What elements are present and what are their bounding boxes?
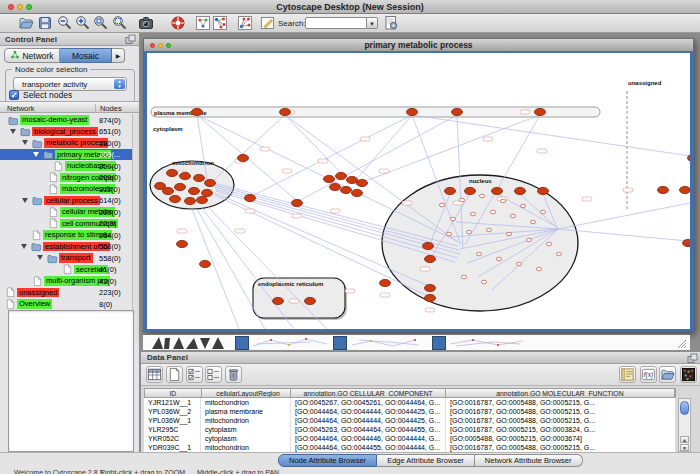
tab-network-attribute-browser[interactable]: Network Attribute Browser xyxy=(475,454,583,467)
network-node-small[interactable] xyxy=(510,214,515,218)
network-node[interactable] xyxy=(347,176,358,183)
minimized-window-preview[interactable] xyxy=(251,336,331,350)
checkbox-check-icon[interactable]: ✓ xyxy=(9,90,19,100)
tree-row[interactable]: nitrogen compo209(0) xyxy=(0,172,132,184)
network-node[interactable] xyxy=(189,187,200,194)
vizmapper-icon[interactable] xyxy=(195,15,211,31)
network-window-controls[interactable] xyxy=(150,43,171,48)
tree-row[interactable]: mosaic-demo-yeast874(0) xyxy=(0,114,132,126)
network-node-small[interactable] xyxy=(470,212,475,216)
tab-node-attribute-browser[interactable]: Node Attribute Browser xyxy=(278,454,377,467)
network-node-small[interactable] xyxy=(476,252,481,256)
birdseye-view-panel[interactable] xyxy=(8,310,134,452)
new-attribute-icon[interactable] xyxy=(166,366,183,383)
minimized-window-icon[interactable] xyxy=(333,336,347,350)
table-row[interactable]: YDR039C__1mitochondrion[GO:0044464, GO:0… xyxy=(144,443,676,452)
table-row[interactable]: YKR052Ccytoplasm[GO:0044464, GO:0044446,… xyxy=(144,434,676,443)
edge[interactable] xyxy=(412,115,690,156)
minimize-window-icon[interactable] xyxy=(17,4,23,10)
minimized-window-icon[interactable] xyxy=(235,336,249,350)
network-node[interactable] xyxy=(407,108,418,115)
node-color-attribute-select[interactable]: transporter activity ▲▼ xyxy=(13,77,127,91)
zoom-out-icon[interactable] xyxy=(57,15,73,31)
matrix-icon[interactable] xyxy=(680,366,697,383)
delete-attribute-icon[interactable] xyxy=(225,366,242,383)
tree-scrollbar[interactable] xyxy=(132,114,139,342)
network-node-small[interactable] xyxy=(536,267,541,271)
network-node[interactable] xyxy=(292,199,303,206)
minimized-window-icon[interactable] xyxy=(432,336,446,350)
unselect-attributes-icon[interactable] xyxy=(205,366,222,383)
tree-row[interactable]: primary metabo209(... xyxy=(0,149,132,161)
network-node-small[interactable] xyxy=(506,232,511,236)
table-column-header[interactable]: annotation.GO CELLULAR_COMPONENT xyxy=(291,389,445,397)
tree-row[interactable]: metabolic process280(0) xyxy=(0,137,132,149)
network-node-small[interactable] xyxy=(479,194,484,198)
network-node[interactable] xyxy=(280,108,291,115)
table-row[interactable]: YLR295Ccytoplasm[GO:0045263, GO:0044464,… xyxy=(144,425,676,434)
edge[interactable] xyxy=(558,203,690,229)
network-node[interactable] xyxy=(538,187,549,194)
tree-row[interactable]: multi-organism pro42(0) xyxy=(0,275,132,287)
network-window-titlebar[interactable]: primary metabolic process xyxy=(143,38,694,52)
tree-row[interactable]: transport558(0) xyxy=(0,252,132,264)
tab-mosaic[interactable]: Mosaic xyxy=(60,48,112,63)
edge[interactable] xyxy=(213,115,285,181)
annotation-icon[interactable] xyxy=(260,15,276,31)
edge[interactable] xyxy=(355,115,540,185)
close-window-icon[interactable] xyxy=(8,4,14,10)
tree-row[interactable]: unassigned223(0) xyxy=(0,287,132,299)
zoom-window-icon[interactable] xyxy=(26,4,32,10)
tab-network[interactable]: Network xyxy=(4,48,60,63)
network-canvas[interactable]: plasma membranecytoplasmmitochondrionnuc… xyxy=(147,53,690,329)
network-node[interactable] xyxy=(163,187,174,194)
minimize-network-icon[interactable] xyxy=(158,43,163,48)
network-node[interactable] xyxy=(185,197,196,204)
network-node[interactable] xyxy=(535,108,546,115)
zoom-selected-icon[interactable] xyxy=(112,15,128,31)
session-settings-icon[interactable] xyxy=(383,15,399,31)
network-node-small[interactable] xyxy=(520,204,525,208)
network-node[interactable] xyxy=(305,297,316,304)
tree-row[interactable]: biological_process651(0) xyxy=(0,126,132,138)
network-node[interactable] xyxy=(202,189,213,196)
network-node[interactable] xyxy=(273,297,284,304)
network-node[interactable] xyxy=(330,183,341,190)
network-node-small[interactable] xyxy=(466,230,471,234)
expand-arrow-icon[interactable] xyxy=(22,198,28,203)
window-controls[interactable] xyxy=(8,4,32,10)
network-node-small[interactable] xyxy=(461,275,466,279)
search-input[interactable] xyxy=(305,17,367,29)
select-attributes-icon[interactable] xyxy=(186,366,203,383)
table-row[interactable]: YPL036W__1mitochondrion[GO:0044464, GO:0… xyxy=(144,416,676,425)
float-panel-icon[interactable] xyxy=(125,34,136,45)
layout-icon[interactable] xyxy=(212,15,228,31)
network-node-small[interactable] xyxy=(530,220,535,224)
network-node-small[interactable] xyxy=(516,262,521,266)
network-node-small[interactable] xyxy=(546,242,551,246)
network-node-small[interactable] xyxy=(459,198,464,202)
scroll-down-icon[interactable]: ▼ xyxy=(680,444,689,451)
network-node[interactable] xyxy=(175,183,186,190)
tree-row[interactable]: cellular process614(0) xyxy=(0,195,132,207)
zoom-fit-icon[interactable] xyxy=(93,15,109,31)
network-node[interactable] xyxy=(180,172,191,179)
network-node[interactable] xyxy=(492,187,503,194)
network-node[interactable] xyxy=(452,108,463,115)
tree-row[interactable]: cell communicat22(0) xyxy=(0,218,132,230)
network-node[interactable] xyxy=(380,279,391,286)
network-node[interactable] xyxy=(357,179,368,186)
snapshot-icon[interactable] xyxy=(138,15,154,31)
plasma-membrane-region[interactable] xyxy=(151,107,600,117)
scroll-up-icon[interactable]: ▲ xyxy=(680,436,689,443)
network-node[interactable] xyxy=(192,108,203,115)
network-node[interactable] xyxy=(197,196,208,203)
network-node-small[interactable] xyxy=(439,203,444,207)
network-node[interactable] xyxy=(336,172,347,179)
tree-row[interactable]: response to stimulu264(0) xyxy=(0,229,132,241)
network-node[interactable] xyxy=(352,189,363,196)
zoom-network-icon[interactable] xyxy=(166,43,171,48)
tree-row[interactable]: establishment of lo558(0) xyxy=(0,241,132,253)
tree-row[interactable]: nucleobase-...209(0) xyxy=(0,160,132,172)
tree-row[interactable]: Overview8(0) xyxy=(0,298,132,310)
